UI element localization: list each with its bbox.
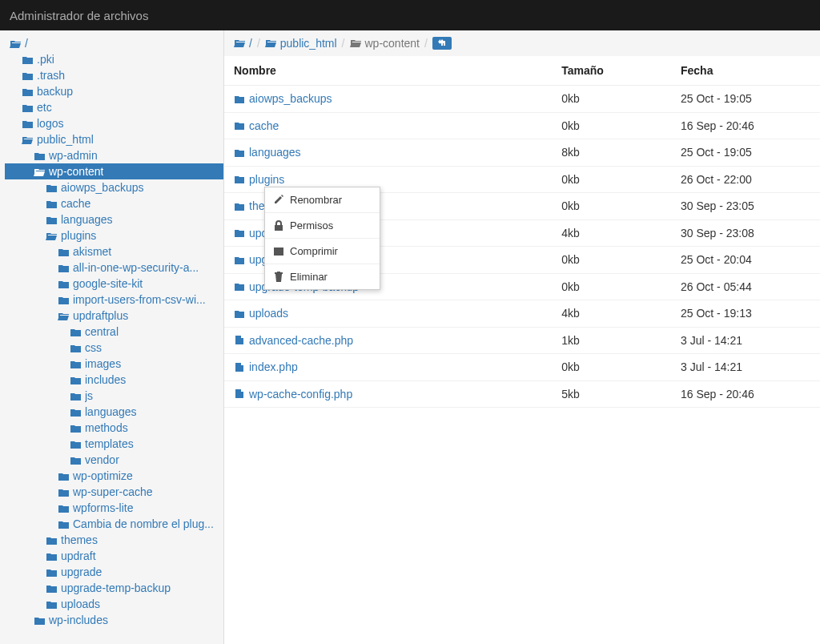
tree-item-label: cache xyxy=(61,197,90,210)
table-row[interactable]: advanced-cache.php1kb3 Jul - 14:21 xyxy=(224,327,820,354)
tree-item-label: wp-optimize xyxy=(73,469,133,482)
file-name: aiowps_backups xyxy=(249,92,332,105)
tree-item[interactable]: css xyxy=(5,340,223,356)
folder-icon xyxy=(22,69,34,82)
tree-item[interactable]: aiowps_backups xyxy=(5,179,223,195)
folder-open-icon xyxy=(10,37,22,50)
context-menu-item[interactable]: Renombrar xyxy=(265,187,380,213)
context-menu-item[interactable]: Permisos xyxy=(265,213,380,239)
tree-item[interactable]: updraftplus xyxy=(5,308,223,324)
folder-icon xyxy=(22,117,34,130)
table-row[interactable]: uploads4kb25 Oct - 19:13 xyxy=(224,300,820,328)
tree-item-label: wp-admin xyxy=(49,149,98,162)
table-row[interactable]: aiowps_backups0kb25 Oct - 19:05 xyxy=(224,86,820,113)
file-date: 3 Jul - 14:21 xyxy=(671,354,820,381)
breadcrumb-current: wp-content xyxy=(350,37,420,50)
tree-item[interactable]: plugins xyxy=(5,227,223,244)
tree-item-label: Cambia de nombre el plug... xyxy=(73,517,214,530)
tree-item-label: languages xyxy=(61,213,113,226)
tree-item[interactable]: / xyxy=(5,35,223,51)
tree-item[interactable]: updraft xyxy=(5,548,223,564)
breadcrumb-parent[interactable]: public_html xyxy=(265,37,337,50)
folder-open-icon xyxy=(34,165,46,178)
tree-item-label: aiowps_backups xyxy=(61,181,144,194)
context-menu-item[interactable]: Comprimir xyxy=(265,239,380,264)
tree-item-label: updraftplus xyxy=(73,309,128,322)
table-row[interactable]: wp-cache-config.php5kb16 Sep - 20:46 xyxy=(224,380,820,408)
tree-item[interactable]: js xyxy=(5,388,223,404)
folder-icon xyxy=(46,566,58,578)
tree-item[interactable]: methods xyxy=(5,420,223,436)
tree-item[interactable]: cache xyxy=(5,195,223,211)
tree-item[interactable]: wpforms-lite xyxy=(5,500,223,516)
tree-item[interactable]: upgrade-temp-backup xyxy=(5,580,223,596)
tree-item[interactable]: .trash xyxy=(5,67,223,83)
folder-icon xyxy=(70,341,82,354)
tree-item[interactable]: public_html xyxy=(5,131,223,147)
folder-tree: /.pki.trashbackupetclogospublic_htmlwp-a… xyxy=(0,30,224,644)
folder-icon xyxy=(22,101,34,114)
folder-icon xyxy=(58,501,70,514)
folder-icon xyxy=(70,325,82,338)
tree-item[interactable]: vendor xyxy=(5,452,223,468)
file-date: 25 Oct - 20:04 xyxy=(671,247,820,274)
folder-icon xyxy=(46,533,58,546)
folder-icon xyxy=(46,197,58,210)
tree-item[interactable]: wp-optimize xyxy=(5,468,223,484)
folder-icon xyxy=(70,421,82,434)
context-menu-item[interactable]: Eliminar xyxy=(265,264,380,289)
col-header-size[interactable]: Tamaño xyxy=(552,56,671,86)
tree-item[interactable]: wp-super-cache xyxy=(5,484,223,500)
file-size: 0kb xyxy=(552,112,671,139)
tree-item[interactable]: images xyxy=(5,356,223,372)
tree-item[interactable]: languages xyxy=(5,404,223,420)
file-size: 8kb xyxy=(552,139,671,167)
tree-item-label: etc xyxy=(37,101,52,114)
file-icon xyxy=(234,336,244,344)
file-icon xyxy=(234,363,244,372)
tree-item[interactable]: wp-includes xyxy=(5,612,223,628)
folder-icon xyxy=(70,357,82,370)
tree-item[interactable]: wp-content xyxy=(5,163,223,179)
folder-icon xyxy=(70,373,82,386)
tree-item[interactable]: backup xyxy=(5,83,223,99)
tree-item[interactable]: all-in-one-wp-security-a... xyxy=(5,260,223,276)
col-header-name[interactable]: Nombre xyxy=(224,56,552,86)
tree-item[interactable]: languages xyxy=(5,211,223,227)
tree-item[interactable]: etc xyxy=(5,99,223,115)
tree-item[interactable]: Cambia de nombre el plug... xyxy=(5,516,223,532)
tree-item[interactable]: akismet xyxy=(5,244,223,260)
table-row[interactable]: cache0kb16 Sep - 20:46 xyxy=(224,112,820,139)
file-name: advanced-cache.php xyxy=(249,334,353,347)
tree-item[interactable]: wp-admin xyxy=(5,147,223,163)
col-header-date[interactable]: Fecha xyxy=(671,56,820,86)
file-icon xyxy=(234,389,244,398)
tree-item[interactable]: central xyxy=(5,324,223,340)
tree-item[interactable]: themes xyxy=(5,532,223,548)
file-name: index.php xyxy=(249,360,298,373)
tree-item-label: all-in-one-wp-security-a... xyxy=(73,261,199,274)
file-date: 16 Sep - 20:46 xyxy=(671,380,820,408)
table-row[interactable]: languages8kb25 Oct - 19:05 xyxy=(224,139,820,167)
table-row[interactable]: index.php0kb3 Jul - 14:21 xyxy=(224,354,820,381)
folder-icon xyxy=(58,469,70,482)
breadcrumb-root[interactable]: / xyxy=(234,37,252,50)
folder-icon xyxy=(234,309,244,318)
tree-item[interactable]: includes xyxy=(5,372,223,388)
tree-item[interactable]: upgrade xyxy=(5,564,223,580)
tree-item-label: logos xyxy=(37,117,63,130)
archive-icon xyxy=(273,246,283,256)
tree-item[interactable]: import-users-from-csv-wi... xyxy=(5,292,223,308)
context-menu-label: Eliminar xyxy=(290,271,328,283)
tree-item[interactable]: templates xyxy=(5,436,223,452)
tree-item-label: google-site-kit xyxy=(73,277,143,290)
file-name: languages xyxy=(249,146,301,159)
tree-item[interactable]: logos xyxy=(5,115,223,131)
file-size: 0kb xyxy=(552,166,671,193)
folder-icon xyxy=(234,202,244,211)
breadcrumb-up-button[interactable] xyxy=(432,37,452,50)
tree-item[interactable]: .pki xyxy=(5,51,223,67)
tree-item[interactable]: google-site-kit xyxy=(5,276,223,292)
tree-item[interactable]: uploads xyxy=(5,596,223,612)
tree-item-label: .trash xyxy=(37,69,65,82)
